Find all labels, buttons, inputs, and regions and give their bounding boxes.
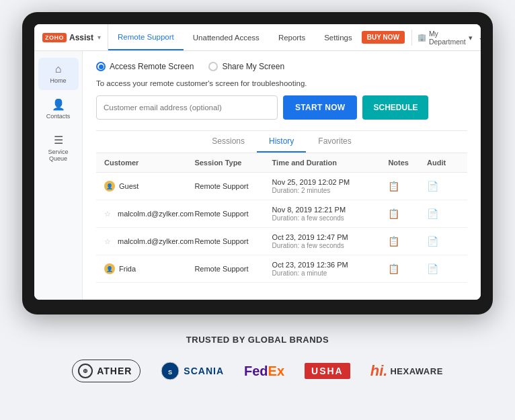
access-description: To access your remote customer's screen … [96,79,467,87]
sidebar-item-service-queue[interactable]: ☰ Service Queue [38,128,79,169]
email-input[interactable] [96,95,278,120]
sessions-tab[interactable]: Sessions [200,131,257,153]
nav-logo[interactable]: ZOHO Assist ▾ [40,24,108,50]
notes-cell: 📋 [388,263,427,274]
sidebar-service-queue-label: Service Queue [41,149,76,163]
nav-tabs: Remote Support Unattended Access Reports… [108,24,362,50]
main-content: Access Remote Screen Share My Screen To … [83,51,481,300]
department-label: My Department [429,30,466,46]
download-icon[interactable]: ⬇ [478,32,481,42]
tab-remote-support[interactable]: Remote Support [108,24,184,50]
duration-value: Duration: a few seconds [272,214,389,222]
table-row: 👤 Frida Remote Support Oct 23, 2019 12:3… [96,255,467,283]
notes-icon[interactable]: 📋 [388,263,399,274]
duration-value: Duration: a few seconds [272,242,389,249]
col-notes: Notes [388,159,427,167]
tab-unattended-access[interactable]: Unattended Access [184,24,269,50]
guest-avatar: 👤 [104,263,115,274]
col-customer: Customer [104,159,194,167]
share-screen-radio-circle [208,62,218,71]
product-name: Assist [69,33,93,42]
customer-cell: 👤 Frida [104,263,194,274]
access-remote-label: Access Remote Screen [110,62,194,71]
main-layout: ⌂ Home 👤 Contacts ☰ Service Queue [34,51,481,300]
audit-cell: 📄 [427,208,459,219]
session-type-cell: Remote Support [194,210,272,218]
schedule-button[interactable]: SCHEDULE [362,95,428,120]
department-chevron-icon: ▾ [469,34,473,42]
tablet-device: ZOHO Assist ▾ Remote Support Unattended … [22,12,493,314]
time-cell: Oct 23, 2019 12:36 PM Duration: a minute [272,261,389,277]
time-value: Nov 25, 2019 12:02 PM [272,178,389,186]
top-navigation: ZOHO Assist ▾ Remote Support Unattended … [34,24,481,51]
col-time-duration: Time and Duration [272,159,389,167]
buy-now-button[interactable]: BUY NOW [362,31,405,44]
usha-brand-text: USHA [305,363,350,379]
time-value: Nov 8, 2019 12:21 PM [272,206,389,214]
audit-icon[interactable]: 📄 [427,263,438,274]
session-type-cell: Remote Support [194,182,272,190]
notes-icon[interactable]: 📋 [388,208,399,219]
radio-dot [99,65,104,69]
audit-cell: 📄 [427,181,459,192]
table-row: ☆ malcolm.d@zylker.com Remote Support Oc… [96,228,467,255]
ather-brand-text: ATHER [97,366,132,376]
guest-avatar: 👤 [104,181,115,192]
access-remote-screen-option[interactable]: Access Remote Screen [96,62,194,71]
notes-cell: 📋 [388,208,427,219]
notes-icon[interactable]: 📋 [388,181,399,192]
share-my-screen-label: Share My Screen [222,62,284,71]
table-row: 👤 Guest Remote Support Nov 25, 2019 12:0… [96,173,467,200]
audit-cell: 📄 [427,236,459,247]
hexaware-brand-text: HEXAWARE [390,366,442,376]
notes-icon[interactable]: 📋 [388,236,399,247]
action-row: START NOW SCHEDULE [96,95,467,120]
ather-logo-icon: ⊕ [78,364,93,378]
fedex-brand-text: FedEx [244,364,284,379]
home-icon: ⌂ [55,63,62,75]
col-audit: Audit [427,159,459,167]
session-type-cell: Remote Support [194,265,272,273]
share-my-screen-option[interactable]: Share My Screen [208,62,284,71]
history-tab-bar: Sessions History Favorites [96,131,467,153]
department-selector[interactable]: 🏢 My Department ▾ [418,30,473,46]
audit-icon[interactable]: 📄 [427,181,438,192]
audit-icon[interactable]: 📄 [427,208,438,219]
time-cell: Nov 8, 2019 12:21 PM Duration: a few sec… [272,206,389,222]
customer-cell: 👤 Guest [104,181,194,192]
table-header: Customer Session Type Time and Duration … [96,153,467,173]
svg-text:S: S [168,369,172,376]
audit-cell: 📄 [427,263,459,274]
duration-value: Duration: 2 minutes [272,187,389,194]
logo-chevron-icon: ▾ [97,34,101,41]
contacts-icon: 👤 [52,98,65,111]
audit-icon[interactable]: 📄 [427,236,438,247]
customer-name: Guest [119,182,138,190]
tab-reports[interactable]: Reports [269,24,315,50]
zoho-brand: ZOHO [42,33,67,42]
sidebar-item-contacts[interactable]: 👤 Contacts [38,93,79,126]
customer-cell: ☆ malcolm.d@zylker.com [104,209,194,218]
sidebar-contacts-label: Contacts [46,113,71,120]
customer-name: malcolm.d@zylker.com [118,237,194,245]
department-icon: 🏢 [418,33,426,42]
tab-settings[interactable]: Settings [315,24,362,50]
service-queue-icon: ☰ [54,134,63,146]
start-now-button[interactable]: START NOW [283,95,357,120]
customer-name: Frida [119,265,136,273]
notes-cell: 📋 [388,181,427,192]
favorites-tab[interactable]: Favorites [306,131,363,153]
customer-cell: ☆ malcolm.d@zylker.com [104,237,194,246]
table-row: ☆ malcolm.d@zylker.com Remote Support No… [96,200,467,228]
scania-logo-icon: S [161,362,180,380]
sidebar: ⌂ Home 👤 Contacts ☰ Service Queue [34,51,83,300]
nav-right-section: 🏢 My Department ▾ ⬇ 🔔 👤 [411,30,481,46]
sidebar-item-home[interactable]: ⌂ Home [38,58,79,90]
history-tab[interactable]: History [257,131,306,153]
tablet-screen: ZOHO Assist ▾ Remote Support Unattended … [34,24,481,300]
star-icon: ☆ [104,209,114,218]
history-section: Sessions History Favorites Customer Sess… [96,130,467,283]
col-session-type: Session Type [194,159,272,167]
star-icon: ☆ [104,237,114,246]
brand-fedex: FedEx [244,364,284,379]
